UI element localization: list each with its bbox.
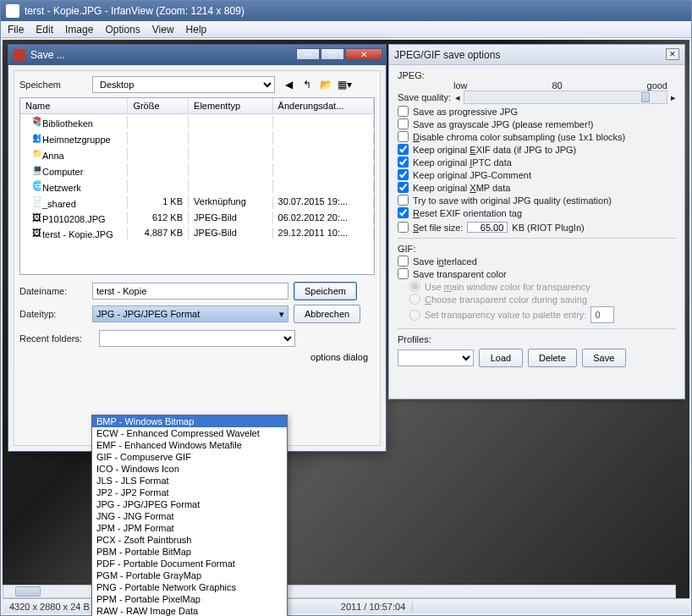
quality-slider[interactable] — [464, 91, 667, 104]
up-icon[interactable]: ↰ — [299, 76, 316, 93]
list-item[interactable]: 🖼terst - Kopie.JPG4.887 KBJPEG-Bild29.12… — [20, 226, 374, 241]
col-type[interactable]: Elementtyp — [189, 98, 273, 113]
main-titlebar: terst - Kopie.JPG - IrfanView (Zoom: 121… — [1, 1, 691, 21]
options-title: JPEG/GIF save options — [394, 49, 500, 61]
menu-bar: File Edit Image Options View Help — [1, 21, 691, 38]
save-button[interactable]: Speichem — [294, 282, 357, 300]
quality-low-label: low — [453, 80, 468, 91]
filetype-option[interactable]: JPM - JPM Format — [92, 522, 287, 534]
list-item[interactable]: 💻Computer — [20, 162, 374, 179]
quality-good-label: good — [647, 80, 667, 91]
chroma-checkbox[interactable] — [398, 131, 409, 142]
filetype-option[interactable]: JPG - JPG/JPEG Format — [92, 498, 287, 510]
reset-exif-checkbox[interactable] — [398, 207, 409, 218]
options-close-button[interactable]: ✕ — [666, 48, 679, 60]
quality-decrement[interactable]: ◂ — [455, 92, 460, 103]
show-options-label: options dialog — [310, 352, 368, 362]
save-dialog: Save ... ─ □ ✕ Speichem Desktop ◀ ↰ 📂 ▦▾… — [8, 44, 387, 452]
minimize-button[interactable]: ─ — [296, 48, 320, 60]
profile-save-button[interactable]: Save — [582, 349, 626, 367]
profiles-select[interactable] — [398, 349, 474, 366]
menu-view[interactable]: View — [152, 24, 174, 36]
filesize-unit: KB (RIOT PlugIn) — [512, 223, 584, 233]
location-label: Speichem — [19, 80, 87, 90]
col-date[interactable]: Änderungsdat... — [273, 98, 374, 113]
transparency-main-radio — [409, 281, 420, 292]
filetype-dropdown-list[interactable]: BMP - Windows BitmapECW - Enhanced Compr… — [91, 415, 288, 616]
filename-label: Dateiname: — [19, 286, 87, 296]
recent-folders-select[interactable] — [99, 330, 295, 347]
jpeg-section-label: JPEG: — [398, 70, 676, 80]
col-size[interactable]: Größe — [128, 98, 189, 113]
filetype-label: Dateityp: — [19, 309, 87, 319]
filetype-option[interactable]: GIF - Compuserve GIF — [92, 451, 287, 463]
back-icon[interactable]: ◀ — [280, 76, 297, 93]
recent-folders-label: Recent folders: — [19, 333, 94, 344]
save-titlebar: Save ... ─ □ ✕ — [8, 45, 386, 65]
profile-delete-button[interactable]: Delete — [528, 349, 577, 367]
filetype-option[interactable]: ECW - Enhanced Compressed Wavelet — [92, 427, 287, 439]
filetype-option[interactable]: PDF - Portable Document Format — [92, 558, 287, 569]
chevron-down-icon: ▾ — [279, 309, 284, 320]
file-list[interactable]: Name Größe Elementtyp Änderungsdat... 📚B… — [19, 97, 375, 275]
app-icon — [6, 4, 19, 18]
window-title: terst - Kopie.JPG - IrfanView (Zoom: 121… — [25, 5, 244, 17]
filetype-option[interactable]: PNG - Portable Network Graphics — [92, 581, 287, 593]
filetype-select[interactable]: JPG - JPG/JPEG Format▾ — [92, 305, 288, 322]
location-select[interactable]: Desktop — [92, 76, 275, 93]
filetype-option[interactable]: PPM - Portable PixelMap — [92, 593, 287, 605]
col-name[interactable]: Name — [20, 98, 128, 113]
filetype-option[interactable]: JP2 - JP2 Format — [92, 487, 287, 498]
menu-edit[interactable]: Edit — [36, 24, 53, 36]
palette-entry-input — [590, 306, 614, 323]
filetype-option[interactable]: JNG - JNG Format — [92, 510, 287, 522]
status-dimensions: 4320 x 2880 x 24 B — [3, 602, 97, 612]
menu-help[interactable]: Help — [186, 24, 207, 36]
status-time: 2011 / 10:57:04 — [334, 602, 413, 612]
grayscale-checkbox[interactable] — [398, 118, 409, 129]
filetype-option[interactable]: EMF - Enhanced Windows Metafile — [92, 439, 287, 451]
menu-file[interactable]: File — [8, 24, 24, 36]
view-menu-icon[interactable]: ▦▾ — [336, 76, 353, 93]
iptc-checkbox[interactable] — [398, 157, 409, 168]
quality-increment[interactable]: ▸ — [671, 92, 676, 103]
new-folder-icon[interactable]: 📂 — [317, 76, 334, 93]
comment-checkbox[interactable] — [398, 169, 409, 180]
maximize-button[interactable]: □ — [321, 48, 344, 60]
filetype-option[interactable]: RAW - RAW Image Data — [92, 605, 287, 616]
filetype-option[interactable]: ICO - Windows Icon — [92, 463, 287, 475]
quality-value: 80 — [552, 80, 562, 91]
filetype-option[interactable]: BMP - Windows Bitmap — [92, 415, 287, 427]
estimate-checkbox[interactable] — [398, 195, 409, 206]
list-item[interactable]: 📁Anna — [20, 146, 374, 162]
transparent-checkbox[interactable] — [398, 268, 409, 279]
list-item[interactable]: 📚Bibliotheken — [20, 114, 374, 130]
profile-load-button[interactable]: Load — [479, 349, 523, 367]
exif-checkbox[interactable] — [398, 144, 409, 155]
list-item[interactable]: 🌐Netzwerk — [20, 179, 374, 195]
filename-input[interactable] — [92, 283, 288, 300]
filetype-option[interactable]: PGM - Portable GrayMap — [92, 569, 287, 581]
filetype-option[interactable]: JLS - JLS Format — [92, 475, 287, 487]
list-item[interactable]: 📄_shared1 KBVerknüpfung30.07.2015 19:... — [20, 195, 374, 211]
filetype-option[interactable]: PBM - Portable BitMap — [92, 546, 287, 558]
xmp-checkbox[interactable] — [398, 182, 409, 193]
cancel-button[interactable]: Abbrechen — [294, 305, 360, 323]
filetype-option[interactable]: PCX - Zsoft Paintbrush — [92, 534, 287, 546]
interlaced-checkbox[interactable] — [398, 256, 409, 267]
filesize-input[interactable] — [467, 222, 508, 233]
jpeg-gif-options-dialog: JPEG/GIF save options ✕ JPEG: low 80 goo… — [388, 44, 685, 399]
transparency-choose-radio — [409, 294, 420, 305]
save-dialog-title: Save ... — [30, 49, 65, 61]
set-filesize-checkbox[interactable] — [398, 222, 409, 233]
menu-image[interactable]: Image — [65, 24, 93, 36]
save-dialog-icon — [14, 49, 25, 61]
profiles-label: Profiles: — [398, 334, 431, 344]
list-item[interactable]: 👥Heimnetzgruppe — [20, 130, 374, 146]
close-button[interactable]: ✕ — [345, 48, 382, 60]
options-titlebar: JPEG/GIF save options ✕ — [389, 45, 684, 65]
progressive-checkbox[interactable] — [398, 106, 409, 117]
transparency-palette-radio — [409, 310, 420, 321]
list-item[interactable]: 🖼P1010208.JPG612 KBJPEG-Bild06.02.2012 2… — [20, 211, 374, 226]
menu-options[interactable]: Options — [105, 24, 140, 36]
